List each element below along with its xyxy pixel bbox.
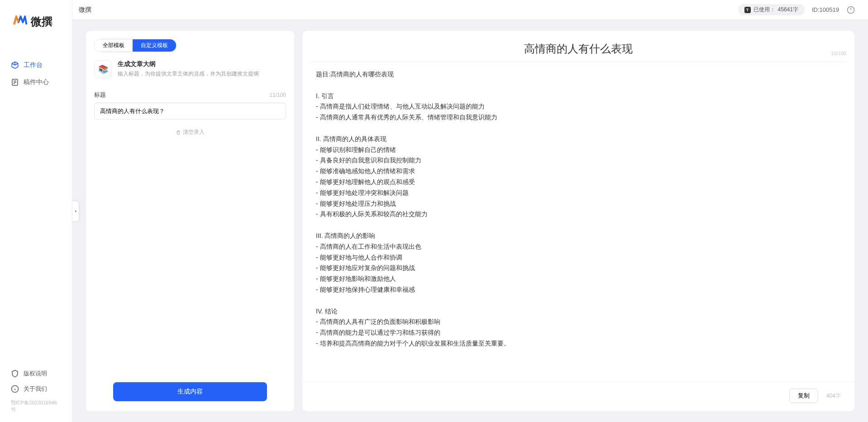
main-nav: 工作台 稿件中心 [0,38,72,366]
output-title: 高情商的人有什么表现 [324,42,833,56]
clear-input-button[interactable]: 清空录入 [94,128,286,136]
logo-icon [13,14,27,29]
info-icon [11,385,19,393]
app-title: 微撰 [79,6,731,14]
sidebar-item-label: 关于我们 [24,385,47,393]
title-input[interactable] [94,103,286,119]
trash-icon [176,130,181,135]
cube-icon [11,61,19,69]
sidebar-item-copyright[interactable]: 版权说明 [0,366,72,381]
template-title: 生成文章大纲 [118,60,259,68]
template-tabs: 全部模板 自定义模板 [94,39,176,52]
template-card: 📚 生成文章大纲 输入标题，为你提供文章主体的灵感，并为其创建推文提纲 [94,60,286,78]
logo-text: 微撰 [31,14,52,29]
input-panel: 全部模板 自定义模板 📚 生成文章大纲 输入标题，为你提供文章主体的灵感，并为其… [86,31,294,411]
title-field-label: 标题 [94,91,106,99]
tab-all-templates[interactable]: 全部模板 [95,39,133,52]
sidebar-item-drafts[interactable]: 稿件中心 [0,74,72,91]
usage-label: 已使用： [754,6,775,14]
sidebar-item-label: 版权说明 [24,370,47,378]
shield-icon [11,370,19,378]
usage-badge: T 已使用： 45641字 [738,4,805,15]
sidebar-item-workspace[interactable]: 工作台 [0,57,72,74]
sidebar-bottom: 版权说明 关于我们 鄂ICP备2022016946号 [0,366,72,422]
template-desc: 输入标题，为你提供文章主体的灵感，并为其创建推文提纲 [118,70,259,78]
sidebar-item-label: 工作台 [24,61,43,69]
output-title-counter: 10/100 [831,51,846,56]
icp-text: 鄂ICP备2022016946号 [0,397,72,418]
tab-custom-templates[interactable]: 自定义模板 [133,39,176,52]
output-panel: 高情商的人有什么表现 10/100 题目:高情商的人有哪些表现 I. 引言 - … [302,31,854,411]
sidebar-item-label: 稿件中心 [24,78,49,86]
sidebar-item-about[interactable]: 关于我们 [0,381,72,397]
power-icon[interactable] [846,5,855,14]
output-body[interactable]: 题目:高情商的人有哪些表现 I. 引言 - 高情商是指人们处理情绪、与他人互动以… [302,62,854,382]
doc-icon [11,78,19,86]
copy-button[interactable]: 复制 [789,389,818,403]
collapse-handle[interactable] [72,201,79,221]
user-id: ID:100519 [812,6,839,13]
template-thumb-icon: 📚 [94,60,112,78]
chevron-left-icon [73,209,78,213]
generate-button[interactable]: 生成内容 [113,382,267,401]
logo: 微撰 [0,0,72,38]
usage-value: 45641字 [778,6,798,14]
topbar: 微撰 T 已使用： 45641字 ID:100519 [72,0,868,20]
sidebar: 微撰 工作台 稿件中心 版权说明 关于我们 鄂ICP备2022016946号 [0,0,72,422]
output-word-count: 404字 [826,392,841,400]
title-char-count: 11/100 [269,92,286,98]
text-icon: T [744,7,751,13]
